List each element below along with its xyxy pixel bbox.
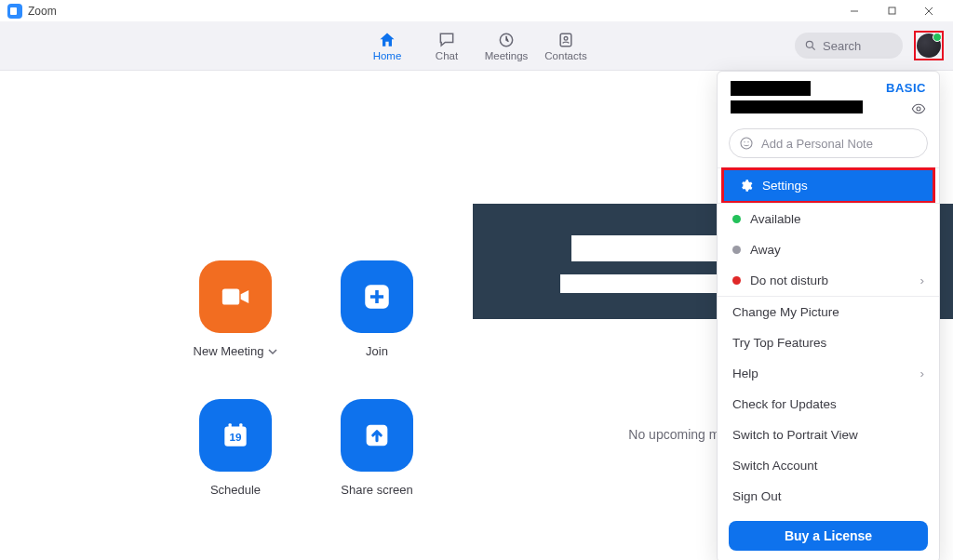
- eye-icon[interactable]: [911, 101, 926, 116]
- contacts-icon: [557, 31, 575, 49]
- share-up-icon: [361, 420, 393, 451]
- chevron-right-icon: ›: [920, 367, 925, 380]
- profile-dropdown: BASIC Add a Personal Note Settings Avail…: [717, 71, 940, 560]
- chevron-down-icon[interactable]: [268, 347, 277, 356]
- tile-join-label: Join: [366, 344, 388, 358]
- nav-chat-label: Chat: [436, 50, 458, 61]
- nav-contacts[interactable]: Contacts: [536, 21, 596, 70]
- menu-try-features[interactable]: Try Top Features: [718, 327, 939, 358]
- tile-share-screen[interactable]: Share screen: [316, 399, 437, 497]
- status-dot-available: [732, 215, 741, 223]
- top-toolbar: Home Chat Meetings Contacts Search: [0, 21, 953, 71]
- close-button[interactable]: [910, 1, 947, 21]
- chevron-right-icon: ›: [920, 273, 925, 287]
- menu-away[interactable]: Away: [718, 234, 939, 265]
- buy-license-button[interactable]: Buy a License: [729, 521, 928, 551]
- redacted-date: [560, 274, 728, 293]
- main-nav: Home Chat Meetings Contacts: [357, 21, 596, 70]
- dropdown-header: BASIC: [718, 72, 939, 121]
- redacted-time: [571, 235, 720, 261]
- redacted-email: [731, 100, 863, 113]
- profile-avatar[interactable]: [917, 33, 941, 58]
- svg-point-6: [564, 36, 568, 40]
- tile-schedule[interactable]: 19 Schedule: [175, 399, 296, 497]
- svg-text:19: 19: [230, 431, 242, 443]
- menu-sign-out-label: Sign Out: [732, 489, 782, 503]
- menu-change-picture[interactable]: Change My Picture: [718, 297, 939, 327]
- nav-meetings[interactable]: Meetings: [476, 21, 536, 70]
- window-controls: [836, 1, 947, 21]
- clock-icon: [497, 31, 516, 49]
- window-title: Zoom: [28, 5, 57, 18]
- app-icon: [7, 4, 22, 19]
- video-icon: [220, 281, 251, 313]
- nav-chat[interactable]: Chat: [417, 21, 476, 70]
- status-dot-away: [732, 246, 741, 254]
- redacted-name: [731, 81, 811, 96]
- menu-help[interactable]: Help ›: [718, 358, 939, 389]
- menu-check-updates[interactable]: Check for Updates: [718, 389, 939, 420]
- title-bar: Zoom: [0, 0, 953, 21]
- menu-sign-out[interactable]: Sign Out: [718, 481, 939, 512]
- tile-new-meeting-label: New Meeting: [194, 344, 264, 358]
- settings-highlight: Settings: [721, 167, 935, 204]
- menu-switch-account-label: Switch Account: [732, 459, 818, 473]
- menu-available[interactable]: Available: [718, 204, 939, 234]
- plus-icon: [361, 281, 393, 313]
- svg-rect-12: [229, 423, 232, 429]
- svg-rect-13: [239, 423, 242, 429]
- personal-note-input[interactable]: Add a Personal Note: [729, 128, 928, 158]
- status-dot-dnd: [732, 276, 741, 285]
- tile-share-screen-label: Share screen: [341, 483, 412, 497]
- buy-license-label: Buy a License: [785, 528, 872, 543]
- gear-icon: [739, 179, 753, 193]
- menu-settings[interactable]: Settings: [724, 170, 933, 201]
- search-icon: [804, 39, 817, 52]
- emoji-icon[interactable]: [739, 136, 754, 151]
- share-screen-icon-box: [341, 399, 413, 472]
- calendar-icon: 19: [220, 420, 251, 451]
- menu-switch-account[interactable]: Switch Account: [718, 450, 939, 481]
- maximize-button[interactable]: [873, 1, 910, 21]
- menu-settings-label: Settings: [762, 179, 808, 193]
- profile-avatar-highlight: [914, 31, 944, 60]
- home-icon: [378, 31, 396, 49]
- tile-join[interactable]: Join: [316, 260, 437, 358]
- svg-rect-1: [889, 7, 895, 14]
- svg-point-18: [744, 141, 745, 142]
- personal-note-placeholder: Add a Personal Note: [761, 137, 873, 151]
- menu-available-label: Available: [750, 212, 801, 226]
- search-placeholder: Search: [823, 39, 861, 53]
- chat-icon: [437, 31, 456, 49]
- minimize-button[interactable]: [836, 1, 873, 21]
- new-meeting-icon-box: [199, 260, 272, 333]
- nav-home[interactable]: Home: [357, 21, 417, 70]
- nav-meetings-label: Meetings: [485, 50, 529, 61]
- svg-point-7: [806, 41, 812, 47]
- plan-badge: BASIC: [886, 81, 926, 95]
- svg-point-17: [741, 138, 752, 149]
- svg-point-19: [747, 141, 748, 142]
- nav-contacts-label: Contacts: [544, 50, 586, 61]
- svg-line-8: [812, 47, 815, 50]
- tile-new-meeting[interactable]: New Meeting: [175, 260, 296, 358]
- menu-check-updates-label: Check for Updates: [732, 397, 837, 411]
- svg-rect-9: [222, 289, 239, 305]
- menu-change-picture-label: Change My Picture: [732, 305, 839, 319]
- menu-help-label: Help: [732, 367, 758, 380]
- search-input[interactable]: Search: [795, 33, 903, 59]
- svg-point-16: [917, 107, 920, 111]
- menu-away-label: Away: [750, 243, 781, 257]
- menu-try-features-label: Try Top Features: [732, 336, 826, 350]
- action-tiles: New Meeting Join 19 Schedule: [175, 260, 437, 497]
- menu-dnd[interactable]: Do not disturb ›: [718, 265, 939, 296]
- schedule-icon-box: 19: [199, 399, 272, 472]
- toolbar-right: Search: [795, 21, 953, 70]
- menu-dnd-label: Do not disturb: [750, 273, 828, 287]
- tile-schedule-label: Schedule: [210, 483, 261, 497]
- join-icon-box: [341, 260, 413, 333]
- nav-home-label: Home: [373, 50, 402, 61]
- menu-portrait-view-label: Switch to Portrait View: [732, 428, 858, 442]
- menu-portrait-view[interactable]: Switch to Portrait View: [718, 420, 939, 450]
